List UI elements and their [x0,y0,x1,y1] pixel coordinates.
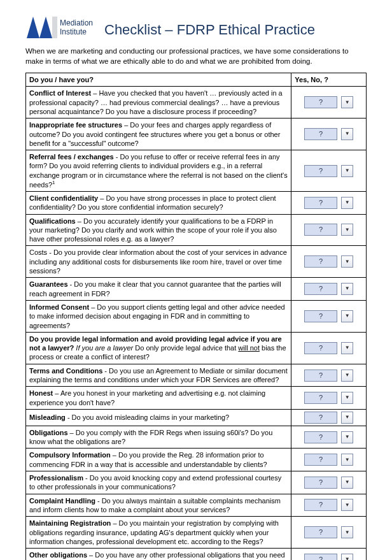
question-cell: Professionalism - Do you avoid knocking … [26,471,291,494]
question-cell: Maintaining Registration – Do you mainta… [26,517,291,549]
question-cell: Do you provide legal information and avo… [26,332,291,364]
question-cell: Complaint Handling - Do you always maint… [26,494,291,517]
answer-select[interactable]: ?▼ [295,342,363,354]
question-lead: Guarantees [29,280,68,288]
answer-cell: ?▼ [291,471,367,494]
answer-cell: ?▼ [291,214,367,246]
answer-select[interactable]: ?▼ [295,392,363,404]
answer-select[interactable]: ?▼ [295,128,363,140]
chevron-down-icon[interactable]: ▼ [341,342,353,354]
table-row: Terms and Conditions - Do you use an Agr… [26,364,367,387]
chevron-down-icon[interactable]: ▼ [341,283,353,295]
question-lead: Misleading [29,413,66,421]
question-cell: Informed Consent – Do you support client… [26,300,291,332]
answer-cell: ?▼ [291,449,367,471]
answer-cell: ?▼ [291,387,367,410]
chevron-down-icon[interactable]: ▼ [341,224,353,236]
table-row: Conflict of Interest – Have you checked … [26,87,367,118]
question-cell: Other obligations – Do you have any othe… [26,549,291,560]
question-rest: – Are you honest in your marketing and a… [29,389,265,406]
answer-select[interactable]: ?▼ [295,499,363,511]
table-row: Professionalism - Do you avoid knocking … [26,471,367,494]
chevron-down-icon[interactable]: ▼ [341,370,353,382]
answer-select[interactable]: ?▼ [295,255,363,268]
question-cell: Guarantees - Do you make it clear that y… [26,278,291,301]
answer-value: ? [304,197,337,209]
table-row: Costs - Do you provide clear information… [26,246,367,278]
logo-text-2: Institute [60,27,87,36]
page-title: Checklist – FDRP Ethical Practice [104,22,315,38]
answer-select[interactable]: ?▼ [295,477,363,489]
answer-cell: ?▼ [291,517,367,549]
table-row: Maintaining Registration – Do you mainta… [26,517,367,549]
chevron-down-icon[interactable]: ▼ [341,554,353,560]
answer-select[interactable]: ?▼ [295,310,363,322]
chevron-down-icon[interactable]: ▼ [341,412,353,424]
answer-select[interactable]: ?▼ [295,283,363,295]
answer-cell: ?▼ [291,191,367,214]
table-row: Compulsory Information – Do you provide … [26,449,367,471]
chevron-down-icon[interactable]: ▼ [341,526,353,538]
answer-cell: ?▼ [291,494,367,517]
chevron-down-icon[interactable]: ▼ [341,165,353,177]
logo-text-1: Mediation [60,18,93,27]
answer-cell: ?▼ [291,150,367,192]
question-underline: will not [238,344,260,352]
answer-select[interactable]: ?▼ [295,431,363,443]
answer-value: ? [304,412,337,424]
answer-cell: ?▼ [291,300,367,332]
answer-select[interactable]: ?▼ [295,526,363,538]
question-rest: Costs - Do you provide clear information… [29,248,287,275]
answer-select[interactable]: ?▼ [295,370,363,382]
question-lead: Complaint Handling [29,497,95,505]
answer-value: ? [304,392,337,404]
answer-select[interactable]: ?▼ [295,412,363,424]
table-row: Qualifications – Do you accurately ident… [26,214,367,246]
answer-cell: ?▼ [291,409,367,426]
chevron-down-icon[interactable]: ▼ [341,128,353,140]
chevron-down-icon[interactable]: ▼ [341,255,353,268]
chevron-down-icon[interactable]: ▼ [341,477,353,489]
chevron-down-icon[interactable]: ▼ [341,96,353,108]
answer-value: ? [304,255,337,268]
table-row: Informed Consent – Do you support client… [26,300,367,332]
answer-select[interactable]: ?▼ [295,554,363,560]
answer-select[interactable]: ?▼ [295,197,363,209]
question-cell: Terms and Conditions - Do you use an Agr… [26,364,291,387]
question-cell: Costs - Do you provide clear information… [26,246,291,278]
question-supref: 1 [52,180,55,185]
chevron-down-icon[interactable]: ▼ [341,197,353,209]
question-lead: Terms and Conditions [29,367,102,375]
answer-select[interactable]: ?▼ [295,165,363,177]
chevron-down-icon[interactable]: ▼ [341,499,353,511]
question-cell: Referral fees / exchanges - Do you refus… [26,150,291,192]
answer-value: ? [304,283,337,295]
question-lead: Conflict of Interest [29,89,91,97]
question-cell: Obligations – Do you comply with the FDR… [26,426,291,449]
answer-select[interactable]: ?▼ [295,96,363,108]
question-lead: Maintaining Registration [29,519,111,527]
answer-value: ? [304,431,337,443]
chevron-down-icon[interactable]: ▼ [341,392,353,404]
chevron-down-icon[interactable]: ▼ [341,431,353,443]
table-row: Complaint Handling - Do you always maint… [26,494,367,517]
question-cell: Honest – Are you honest in your marketin… [26,387,291,410]
answer-value: ? [304,310,337,322]
answer-value: ? [304,224,337,236]
logo: Mediation Institute [25,13,95,43]
answer-cell: ?▼ [291,549,367,560]
question-lead: Professionalism [29,474,83,482]
answer-value: ? [304,554,337,560]
answer-value: ? [304,526,337,538]
answer-select[interactable]: ?▼ [295,224,363,236]
question-lead: Client confidentiality [29,194,98,202]
table-row: Other obligations – Do you have any othe… [26,549,367,560]
answer-select[interactable]: ?▼ [295,454,363,466]
answer-cell: ?▼ [291,332,367,364]
table-row: Misleading - Do you avoid misleading cla… [26,409,367,426]
chevron-down-icon[interactable]: ▼ [341,310,353,322]
question-italic: If you are a lawyer [76,344,133,352]
question-lead: Qualifications [29,217,76,225]
question-lead: Compulsory Information [29,451,111,459]
chevron-down-icon[interactable]: ▼ [341,454,353,466]
